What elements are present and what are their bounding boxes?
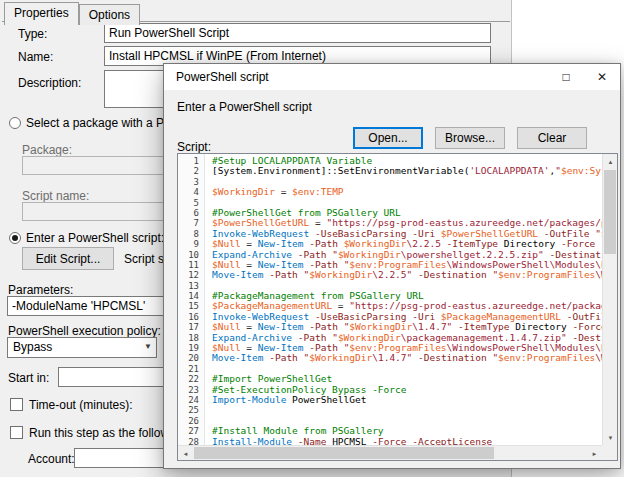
- arrow-up-icon: ▲: [608, 159, 614, 165]
- line-number: 12: [178, 270, 199, 280]
- code-line: Import-Module PowerShellGet: [212, 395, 602, 405]
- line-number: 18: [178, 333, 199, 343]
- line-number-gutter: 1234567891011121314151617181920212223242…: [178, 154, 205, 445]
- name-label: Name:: [18, 50, 53, 64]
- line-number: 22: [178, 374, 199, 384]
- edit-script-button[interactable]: Edit Script...: [22, 247, 114, 270]
- vertical-scrollbar[interactable]: ▲ ▼: [602, 154, 617, 445]
- code-line: [System.Environment]::SetEnvironmentVari…: [212, 166, 602, 176]
- line-number: 23: [178, 385, 199, 395]
- enter-script-radio[interactable]: [9, 232, 21, 244]
- scrollbar-corner: [602, 445, 617, 460]
- line-number: 11: [178, 260, 199, 270]
- tab-strip: Properties Options: [4, 2, 140, 25]
- start-in-label: Start in:: [8, 371, 49, 385]
- line-number: 8: [178, 229, 199, 239]
- timeout-checkbox[interactable]: [10, 398, 23, 411]
- arrow-right-icon: ►: [592, 451, 598, 457]
- scroll-down-button[interactable]: ▼: [603, 430, 618, 445]
- script-name-label: Script name:: [22, 189, 89, 203]
- line-number: 1: [178, 156, 199, 166]
- script-subtitle: Enter a PowerShell script: [177, 100, 312, 114]
- browse-button[interactable]: Browse...: [435, 127, 505, 149]
- close-icon: ✕: [597, 70, 607, 84]
- powershell-script-window: PowerShell script □ ✕ Enter a PowerShell…: [163, 63, 621, 469]
- code-line: $WorkingDir = $env:TEMP: [212, 187, 602, 197]
- code-line: Move-Item -Path "$WorkingDir\2.2.5" -Des…: [212, 270, 602, 280]
- tab-options[interactable]: Options: [79, 4, 140, 25]
- script-label: Script:: [177, 140, 211, 154]
- line-number: 21: [178, 364, 199, 374]
- description-label: Description:: [18, 76, 81, 90]
- execution-policy-label: PowerShell execution policy:: [8, 324, 161, 338]
- line-number: 25: [178, 405, 199, 415]
- arrow-left-icon: ◄: [183, 451, 189, 457]
- code-line: Install-Module -Name HPCMSL -Force -Acce…: [212, 437, 602, 445]
- line-number: 10: [178, 250, 199, 260]
- line-number: 2: [178, 166, 199, 176]
- line-number: 27: [178, 426, 199, 436]
- execution-policy-value: Bypass: [13, 340, 52, 354]
- line-number: 4: [178, 187, 199, 197]
- enter-script-radio-label: Enter a PowerShell script:: [26, 231, 164, 245]
- scroll-left-button[interactable]: ◄: [178, 446, 193, 461]
- code-line: Move-Item -Path "$WorkingDir\1.4.7" -Des…: [212, 353, 602, 363]
- execution-policy-select[interactable]: Bypass ▼: [7, 337, 157, 358]
- line-number: 13: [178, 281, 199, 291]
- code-lines[interactable]: #Setup LOCALAPPDATA Variable[System.Envi…: [206, 154, 602, 445]
- tab-properties[interactable]: Properties: [4, 2, 79, 25]
- line-number: 15: [178, 301, 199, 311]
- line-number: 17: [178, 322, 199, 332]
- line-number: 14: [178, 291, 199, 301]
- scroll-up-button[interactable]: ▲: [603, 154, 618, 169]
- horizontal-scroll-thumb[interactable]: [194, 447, 494, 459]
- account-label: Account:: [28, 452, 75, 466]
- line-number: 20: [178, 353, 199, 363]
- close-button[interactable]: ✕: [584, 64, 620, 90]
- scroll-right-button[interactable]: ►: [587, 446, 602, 461]
- line-number: 16: [178, 312, 199, 322]
- line-number: 7: [178, 218, 199, 228]
- parameters-label: Parameters:: [8, 283, 73, 297]
- horizontal-scrollbar[interactable]: ◄ ►: [178, 445, 602, 460]
- clear-button[interactable]: Clear: [517, 127, 587, 149]
- window-title: PowerShell script: [176, 70, 269, 84]
- chevron-down-icon: ▼: [144, 342, 152, 351]
- line-number: 24: [178, 395, 199, 405]
- line-number: 6: [178, 208, 199, 218]
- script-editor[interactable]: 1234567891011121314151617181920212223242…: [177, 153, 618, 461]
- screen: Properties Options Type: Name: Descripti…: [0, 0, 624, 477]
- line-number: 9: [178, 239, 199, 249]
- vertical-scroll-thumb[interactable]: [604, 170, 616, 254]
- open-button[interactable]: Open...: [353, 127, 423, 149]
- window-titlebar[interactable]: PowerShell script □ ✕: [164, 64, 620, 90]
- maximize-button[interactable]: □: [548, 64, 584, 90]
- arrow-down-icon: ▼: [608, 435, 614, 441]
- type-input[interactable]: [104, 23, 491, 43]
- package-label: Package:: [22, 143, 72, 157]
- select-package-radio[interactable]: [9, 117, 21, 129]
- maximize-icon: □: [562, 70, 569, 84]
- timeout-label: Time-out (minutes):: [29, 398, 133, 412]
- line-number: 28: [178, 437, 199, 445]
- code-line: [212, 405, 602, 415]
- line-number: 19: [178, 343, 199, 353]
- line-number: 26: [178, 416, 199, 426]
- type-label: Type:: [18, 27, 47, 41]
- line-number: 5: [178, 198, 199, 208]
- run-as-checkbox[interactable]: [10, 426, 23, 439]
- window-controls: □ ✕: [548, 64, 620, 90]
- line-number: 3: [178, 177, 199, 187]
